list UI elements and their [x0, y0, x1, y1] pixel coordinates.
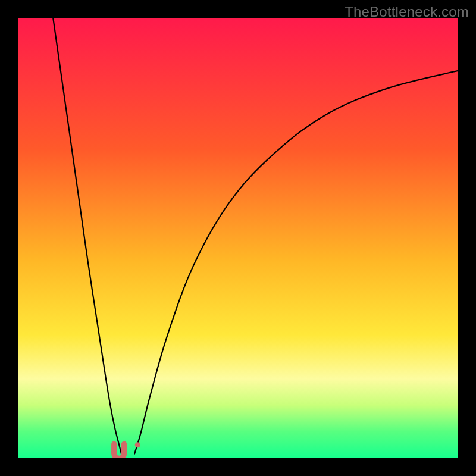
chart-frame: TheBottleneck.com	[0, 0, 476, 476]
valley-dot	[135, 442, 140, 447]
plot-area	[18, 18, 458, 458]
bottleneck-chart	[18, 18, 458, 458]
